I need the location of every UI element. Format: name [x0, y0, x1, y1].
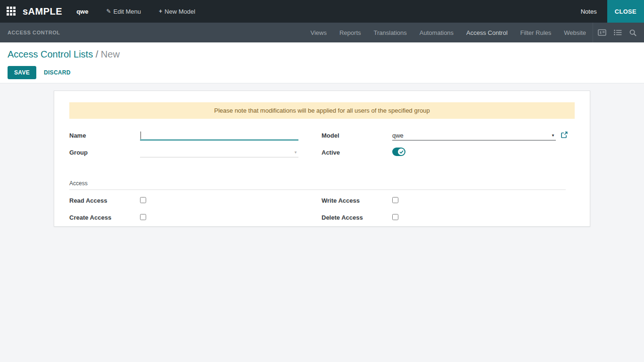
field-write-access: Write Access — [322, 196, 566, 209]
active-toggle[interactable] — [392, 148, 405, 156]
breadcrumb-current: New — [101, 49, 120, 59]
search-icon[interactable] — [629, 29, 636, 36]
brand-logo[interactable]: sAMPLE — [23, 6, 62, 17]
save-button[interactable]: SAVE — [8, 66, 36, 79]
tab-views[interactable]: Views — [311, 29, 327, 36]
studio-tabs: Views Reports Translations Automations A… — [311, 29, 586, 36]
top-navbar-right: Notes CLOSE — [581, 0, 644, 23]
access-column-left: Read Access Create Access — [69, 196, 298, 230]
section-label: ACCESS CONTROL — [8, 30, 60, 35]
delete-access-checkbox[interactable] — [392, 214, 398, 220]
active-control — [392, 148, 566, 158]
check-icon — [398, 148, 405, 155]
name-input[interactable] — [140, 131, 298, 140]
write-access-checkbox[interactable] — [392, 197, 398, 203]
name-label: Name — [69, 131, 140, 139]
access-column-right: Write Access Delete Access — [322, 196, 566, 230]
menu-item-qwe[interactable]: qwe — [76, 8, 88, 15]
group-control: ▼ — [140, 148, 298, 157]
text-cursor — [140, 132, 141, 139]
pencil-icon: ✎ — [106, 8, 111, 15]
tab-access-control[interactable]: Access Control — [466, 29, 507, 36]
close-button[interactable]: CLOSE — [607, 0, 644, 23]
read-access-label: Read Access — [69, 196, 140, 204]
new-model-button[interactable]: + New Model — [159, 8, 195, 15]
field-name: Name — [69, 131, 298, 144]
field-create-access: Create Access — [69, 213, 298, 226]
delete-access-label: Delete Access — [322, 213, 392, 221]
create-access-checkbox[interactable] — [140, 214, 146, 220]
write-access-label: Write Access — [322, 196, 392, 204]
chevron-down-icon[interactable]: ▼ — [294, 150, 298, 155]
access-section-title: Access — [69, 180, 566, 190]
external-link-icon[interactable] — [561, 132, 568, 138]
access-fields: Read Access Create Access Write Access — [69, 196, 575, 230]
tab-automations[interactable]: Automations — [420, 29, 454, 36]
group-label: Group — [69, 148, 140, 156]
read-access-checkbox[interactable] — [140, 197, 146, 203]
chevron-down-icon[interactable]: ▼ — [551, 133, 556, 138]
field-group: Group ▼ — [69, 148, 298, 161]
page-header: Access Control Lists / New SAVE DISCARD — [0, 42, 644, 83]
column-gap — [298, 131, 322, 165]
kanban-view-icon[interactable] — [598, 29, 606, 36]
top-navbar: sAMPLE qwe ✎ Edit Menu + New Model Notes… — [0, 0, 644, 23]
acl-form-card: Please note that modifications will be a… — [54, 90, 590, 227]
field-delete-access: Delete Access — [322, 213, 566, 226]
group-dropdown[interactable]: ▼ — [140, 148, 298, 157]
name-control — [140, 131, 298, 140]
active-label: Active — [322, 148, 392, 156]
field-active: Active — [322, 148, 566, 161]
breadcrumb-root-link[interactable]: Access Control Lists — [8, 49, 93, 59]
studio-sub-navbar: ACCESS CONTROL Views Reports Translation… — [0, 23, 644, 42]
breadcrumb-separator: / — [96, 49, 99, 59]
form-column-right: Model qwe ▼ Act — [322, 131, 566, 165]
notes-menu-item[interactable]: Notes — [581, 0, 597, 23]
model-label: Model — [322, 131, 392, 139]
list-view-icon[interactable] — [614, 29, 622, 36]
field-model: Model qwe ▼ — [322, 131, 566, 144]
access-section: Access Read Access Create Access Write A — [69, 180, 575, 230]
form-column-left: Name Group ▼ — [69, 131, 298, 165]
create-access-label: Create Access — [69, 213, 140, 221]
model-dropdown[interactable]: qwe ▼ — [392, 131, 556, 140]
form-fields: Name Group ▼ — [69, 131, 575, 165]
tab-filter-rules[interactable]: Filter Rules — [520, 29, 552, 36]
tab-website[interactable]: Website — [564, 29, 586, 36]
content-area: Please note that modifications will be a… — [0, 83, 644, 227]
header-actions: SAVE DISCARD — [8, 66, 636, 79]
view-switcher — [598, 29, 636, 36]
discard-button[interactable]: DISCARD — [44, 69, 71, 76]
field-read-access: Read Access — [69, 196, 298, 209]
tab-reports[interactable]: Reports — [339, 29, 361, 36]
plus-icon: + — [159, 8, 162, 15]
column-gap — [298, 196, 322, 230]
breadcrumb: Access Control Lists / New — [8, 49, 636, 60]
warning-banner: Please note that modifications will be a… — [69, 102, 575, 119]
apps-grid-icon[interactable] — [7, 7, 16, 16]
model-control: qwe ▼ — [392, 131, 568, 140]
divider — [593, 23, 593, 42]
top-navbar-left: sAMPLE qwe ✎ Edit Menu + New Model — [0, 0, 581, 23]
tab-translations[interactable]: Translations — [374, 29, 407, 36]
edit-menu-button[interactable]: ✎ Edit Menu — [106, 8, 141, 15]
